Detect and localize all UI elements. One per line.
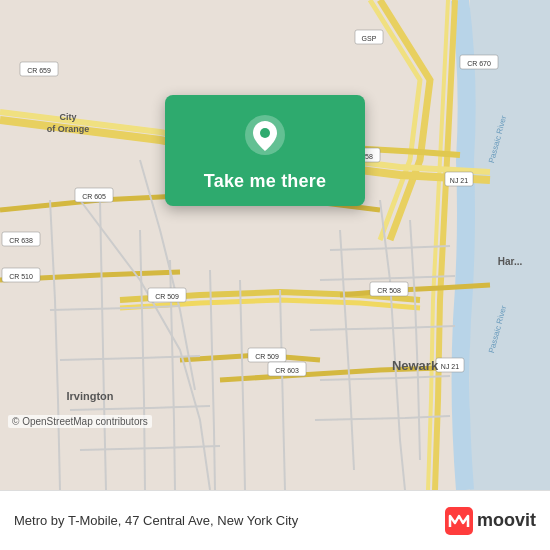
svg-text:CR 603: CR 603 bbox=[275, 367, 299, 374]
svg-text:Har...: Har... bbox=[498, 256, 523, 267]
pin-icon bbox=[243, 113, 287, 157]
svg-text:City: City bbox=[59, 112, 76, 122]
svg-text:CR 509: CR 509 bbox=[255, 353, 279, 360]
osm-credit: © OpenStreetMap contributors bbox=[8, 415, 152, 428]
svg-text:CR 508: CR 508 bbox=[377, 287, 401, 294]
moovit-label: moovit bbox=[477, 510, 536, 531]
take-me-there-button[interactable]: Take me there bbox=[204, 171, 326, 192]
svg-text:NJ 21: NJ 21 bbox=[441, 363, 459, 370]
svg-text:CR 510: CR 510 bbox=[9, 273, 33, 280]
svg-text:CR 638: CR 638 bbox=[9, 237, 33, 244]
svg-text:CR 670: CR 670 bbox=[467, 60, 491, 67]
svg-text:Irvington: Irvington bbox=[66, 390, 113, 402]
svg-text:CR 509: CR 509 bbox=[155, 293, 179, 300]
svg-text:GSP: GSP bbox=[362, 35, 377, 42]
svg-text:NJ 21: NJ 21 bbox=[450, 177, 468, 184]
svg-text:CR 605: CR 605 bbox=[82, 193, 106, 200]
map-container: CR 659 CR 670 GSP CR 638 CR 658 NJ 21 CR… bbox=[0, 0, 550, 490]
svg-text:of Orange: of Orange bbox=[47, 124, 90, 134]
svg-rect-1 bbox=[470, 0, 550, 490]
svg-text:Newark: Newark bbox=[392, 358, 439, 373]
svg-text:CR 659: CR 659 bbox=[27, 67, 51, 74]
location-text: Metro by T-Mobile, 47 Central Ave, New Y… bbox=[14, 513, 445, 528]
moovit-icon-svg bbox=[445, 507, 473, 535]
svg-point-36 bbox=[260, 128, 270, 138]
moovit-logo: moovit bbox=[445, 507, 536, 535]
location-card: Take me there bbox=[165, 95, 365, 206]
bottom-bar: Metro by T-Mobile, 47 Central Ave, New Y… bbox=[0, 490, 550, 550]
